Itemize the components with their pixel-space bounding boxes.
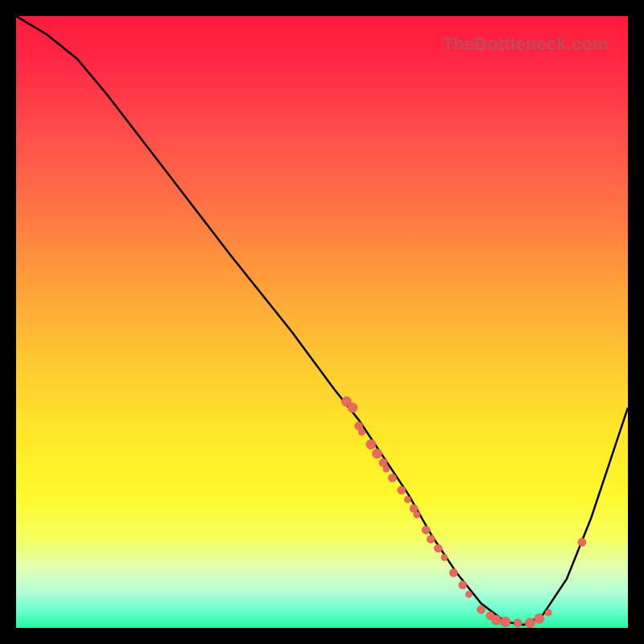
data-point xyxy=(545,609,551,616)
data-point xyxy=(372,448,382,458)
data-point xyxy=(348,402,357,412)
data-point xyxy=(525,618,535,628)
watermark-text: TheBottleneck.com xyxy=(443,34,609,55)
data-point xyxy=(459,581,467,589)
data-point xyxy=(465,591,472,597)
bottleneck-curve xyxy=(16,16,628,625)
chart-svg xyxy=(16,16,628,628)
plot-area: TheBottleneck.com xyxy=(16,16,628,628)
data-point xyxy=(514,619,522,627)
data-point xyxy=(422,526,430,534)
scatter-group xyxy=(341,397,586,628)
data-point xyxy=(366,440,376,449)
data-point xyxy=(414,511,420,518)
data-point xyxy=(383,465,390,472)
data-point xyxy=(449,569,457,577)
data-point xyxy=(441,555,448,561)
data-point xyxy=(492,615,502,625)
data-point xyxy=(477,605,485,613)
data-point xyxy=(427,535,435,543)
data-point xyxy=(578,539,586,547)
data-point xyxy=(501,617,510,626)
data-point xyxy=(388,474,396,482)
chart-frame: TheBottleneck.com xyxy=(0,0,644,644)
data-point xyxy=(434,544,442,552)
data-point xyxy=(398,486,406,494)
data-point xyxy=(404,496,411,502)
data-point xyxy=(358,429,365,436)
data-point xyxy=(535,614,544,624)
